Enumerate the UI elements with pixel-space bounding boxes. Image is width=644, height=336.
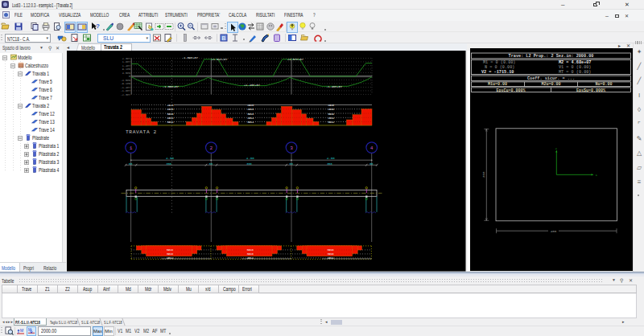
svg-text:EpsSu=0.000%: EpsSu=0.000% — [576, 88, 605, 93]
svg-text:3Ø16: 3Ø16 — [328, 113, 334, 116]
svg-text:350: 350 — [167, 162, 171, 166]
svg-text:2Ø16: 2Ø16 — [167, 108, 174, 111]
svg-text:50: 50 — [290, 162, 293, 166]
svg-text:3Ø16: 3Ø16 — [328, 252, 334, 256]
svg-text:0: 0 — [129, 75, 130, 78]
svg-text:2Ø14: 2Ø14 — [247, 117, 254, 120]
svg-text:-4.5e6: -4.5e6 — [121, 79, 130, 82]
svg-text:400: 400 — [551, 230, 557, 233]
svg-text:-1.59e+07: -1.59e+07 — [182, 56, 198, 59]
svg-text:300: 300 — [482, 171, 485, 178]
svg-text:MT = 0 (0.00): MT = 0 (0.00) — [559, 70, 591, 75]
svg-text:4Ø14: 4Ø14 — [167, 256, 173, 260]
svg-text:3Ø16: 3Ø16 — [167, 252, 173, 256]
svg-text:4.5e6: 4.5e6 — [122, 72, 130, 75]
svg-text:50: 50 — [209, 162, 213, 166]
svg-text:M2u=0.00: M2u=0.00 — [541, 82, 560, 87]
svg-text:Nu=0.00: Nu=0.00 — [595, 82, 612, 87]
svg-text:350: 350 — [327, 162, 332, 166]
svg-text:-1.50e+07: -1.50e+07 — [163, 85, 179, 88]
svg-text:350: 350 — [246, 162, 251, 166]
svg-text:5Ø16: 5Ø16 — [328, 248, 334, 252]
svg-text:5Ø16: 5Ø16 — [167, 248, 173, 252]
svg-text:2Ø14: 2Ø14 — [167, 117, 174, 120]
svg-text:-1.8e7: -1.8e7 — [121, 89, 130, 92]
svg-text:EpsCu=0.000%: EpsCu=0.000% — [496, 88, 525, 93]
svg-text:1.4e7: 1.4e7 — [122, 64, 130, 68]
svg-text:2Ø20: 2Ø20 — [167, 104, 174, 107]
svg-text:4.00: 4.00 — [166, 157, 175, 160]
svg-text:4: 4 — [370, 145, 374, 151]
svg-text:3Ø16: 3Ø16 — [247, 113, 254, 116]
svg-text:TRAVATA 2: TRAVATA 2 — [126, 129, 157, 135]
svg-text:9.1e6: 9.1e6 — [122, 68, 130, 71]
svg-text:M1u=0.00: M1u=0.00 — [488, 82, 507, 87]
svg-text:+1.43e+07: +1.43e+07 — [244, 84, 260, 87]
svg-text:-1.4e7: -1.4e7 — [121, 86, 130, 89]
svg-text:2Ø20: 2Ø20 — [328, 104, 334, 107]
svg-text:V2 = -1715.10: V2 = -1715.10 — [481, 70, 514, 75]
svg-text:M: M — [20, 328, 23, 333]
svg-text:-9.1e6: -9.1e6 — [121, 82, 130, 85]
svg-text:Trave: L2 Prop.: 2 Sez.in: 2: Trave: L2 Prop.: 2 Sez.in: 2000.00 — [509, 54, 594, 59]
svg-text:Coeff. sicur. = ...: Coeff. sicur. = ... — [527, 76, 575, 81]
svg-text:3Ø16: 3Ø16 — [167, 113, 174, 116]
svg-text:+1.57e+07: +1.57e+07 — [287, 58, 303, 61]
svg-text:50: 50 — [129, 162, 132, 166]
svg-text:2: 2 — [209, 145, 213, 151]
svg-text:5Ø16: 5Ø16 — [247, 248, 254, 252]
svg-text:2.3e7: 2.3e7 — [122, 57, 130, 60]
svg-text:3Ø14: 3Ø14 — [328, 121, 334, 124]
svg-text:2Ø16: 2Ø16 — [328, 108, 334, 111]
svg-text:-1.48e+07: -1.48e+07 — [326, 85, 342, 88]
svg-text:1.8e7: 1.8e7 — [122, 60, 130, 64]
svg-text:4Ø14: 4Ø14 — [247, 256, 254, 260]
svg-text:4.00: 4.00 — [327, 157, 336, 160]
svg-text:-2.3e7: -2.3e7 — [121, 93, 130, 96]
svg-text:3: 3 — [290, 145, 293, 151]
svg-text:2Ø20: 2Ø20 — [247, 104, 254, 107]
svg-text:3Ø16: 3Ø16 — [247, 252, 254, 256]
svg-text:50: 50 — [369, 162, 373, 166]
svg-text:+1.51e+07: +1.51e+07 — [212, 58, 228, 61]
svg-text:2Ø14: 2Ø14 — [328, 117, 334, 120]
svg-text:3Ø14: 3Ø14 — [167, 121, 174, 124]
svg-text:4.00: 4.00 — [246, 157, 255, 160]
svg-text:3Ø14: 3Ø14 — [247, 121, 254, 124]
svg-text:4Ø14: 4Ø14 — [328, 256, 334, 260]
svg-text:2Ø16: 2Ø16 — [247, 108, 254, 111]
svg-text:1: 1 — [130, 145, 133, 151]
svg-text:M: M — [28, 328, 31, 332]
